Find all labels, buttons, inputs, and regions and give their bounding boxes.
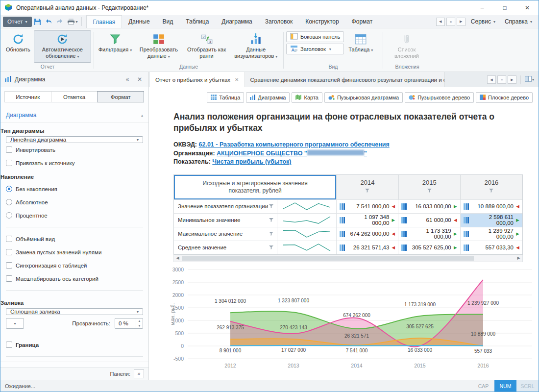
table-view-button[interactable]: Таблица xyxy=(345,30,376,63)
maximize-button[interactable]: □ xyxy=(493,0,516,15)
tab-tablitsa[interactable]: Таблица xyxy=(179,15,215,28)
panel-tab-format[interactable]: Формат xyxy=(97,91,144,102)
ribbon-scroll-right-icon[interactable]: ▶ xyxy=(457,18,466,26)
chart-type-select[interactable]: Линейная диаграмма xyxy=(6,136,143,143)
section-chart[interactable]: Диаграмма xyxy=(0,106,148,122)
column-header-2016[interactable]: 2016 xyxy=(461,175,522,199)
attachments-list-button[interactable]: Список вложений xyxy=(386,30,428,63)
tab-format[interactable]: Формат xyxy=(345,15,379,28)
sparkline-cell[interactable] xyxy=(277,200,337,213)
viz-flat-tree-button[interactable]: Плоское дерево xyxy=(476,92,533,103)
sync-table-checkbox[interactable] xyxy=(6,262,12,269)
panel-tab-mark[interactable]: Отметка xyxy=(51,91,98,102)
row-header[interactable]: Максимальное значение xyxy=(174,227,277,241)
tab-diagramma[interactable]: Диаграмма xyxy=(215,15,258,28)
doc-tab-comparison[interactable]: Сравнение динамики показателей финансово… xyxy=(245,72,445,87)
value-cell-selected[interactable]: 2 598 611 000,00▶ xyxy=(461,214,522,227)
menu-help[interactable]: Справка xyxy=(501,18,536,25)
show-as-ranks-button[interactable]: 23 Отобразить как ранги xyxy=(184,30,230,63)
volume-view-checkbox[interactable] xyxy=(6,236,12,242)
spinner-up-icon[interactable]: ▲ xyxy=(136,318,143,323)
scrollbar-thumb[interactable] xyxy=(182,256,474,261)
close-panel-icon[interactable]: ✕ xyxy=(135,76,144,83)
scroll-right-icon[interactable]: ▶ xyxy=(515,256,522,260)
radio-absolute[interactable] xyxy=(6,199,12,205)
close-tab-icon[interactable]: ✕ xyxy=(235,77,239,82)
tab-zagolovok[interactable]: Заголовок xyxy=(259,15,299,28)
organization-link[interactable]: АКЦИОНЕРНОЕ ОБЩЕСТВО "" xyxy=(217,150,367,157)
scroll-left-icon[interactable]: ◀ xyxy=(174,256,181,260)
undo-icon[interactable] xyxy=(43,16,54,27)
tab-scroll-right-icon[interactable]: ▶ xyxy=(508,75,516,84)
visualizer-data-button[interactable]: Данные визуализаторов xyxy=(231,30,281,63)
fill-type-select[interactable]: Сплошная заливка xyxy=(6,308,143,315)
value-cell[interactable]: 1 239 927 000,00▶ xyxy=(461,227,522,241)
tab-vid[interactable]: Вид xyxy=(156,15,180,28)
tab-konstruktor[interactable]: Конструктор xyxy=(299,15,345,28)
ribbon-scroll-left-icon[interactable]: ◀ xyxy=(436,18,445,26)
empty-as-zero-checkbox[interactable] xyxy=(6,249,12,255)
section-legend[interactable]: Легенда xyxy=(0,362,148,367)
tab-glavnaya[interactable]: Главная xyxy=(86,15,122,28)
spinner-down-icon[interactable]: ▼ xyxy=(136,323,143,328)
value-cell[interactable]: 26 321 571,43◀ xyxy=(337,241,398,254)
viz-bubble-tree-button[interactable]: Пузырьковое дерево xyxy=(405,92,474,103)
row-header[interactable]: Минимальное значение xyxy=(174,214,277,227)
filter-button[interactable]: Фильтрация xyxy=(97,30,134,63)
row-header[interactable]: Значение показателя организации xyxy=(174,200,277,213)
value-cell[interactable]: 1 097 348 000,00▶ xyxy=(337,214,398,227)
print-icon[interactable] xyxy=(66,16,77,27)
tab-list-icon[interactable]: ≡ xyxy=(497,75,506,84)
doc-tab-profit-loss[interactable]: Отчет о прибылях и убытках ✕ xyxy=(150,72,245,87)
row-header[interactable]: Среднее значение xyxy=(174,241,277,254)
header-button[interactable]: A Заголовок xyxy=(286,44,344,54)
tab-dannye[interactable]: Данные xyxy=(122,15,156,28)
scroll-lock-indicator[interactable]: SCRL xyxy=(516,380,539,392)
redo-icon[interactable] xyxy=(54,16,66,27)
column-header-2014[interactable]: 2014 xyxy=(337,175,398,199)
bind-source-checkbox[interactable] xyxy=(6,160,12,166)
value-cell[interactable]: 7 541 000,00◀ xyxy=(337,200,398,213)
transform-data-button[interactable]: Преобразовать данные xyxy=(135,30,182,63)
border-checkbox[interactable] xyxy=(6,342,12,348)
sparkline-cell[interactable] xyxy=(277,227,337,241)
sparkline-cell[interactable] xyxy=(277,241,337,254)
ribbon-minimize-icon[interactable]: ≡ xyxy=(446,18,455,26)
report-menu-button[interactable]: Отчет xyxy=(3,17,32,27)
value-cell[interactable]: 61 000,00◀ xyxy=(398,214,460,227)
value-cell[interactable]: 16 033 000,00▶ xyxy=(398,200,460,213)
value-cell[interactable]: 557 033,30◀ xyxy=(461,241,522,254)
layout-caret-icon[interactable]: ▾ xyxy=(532,77,534,82)
print-caret-icon[interactable]: ▾ xyxy=(76,20,78,24)
horizontal-scrollbar[interactable]: ◀ ▶ xyxy=(173,255,523,262)
viz-map-button[interactable]: Карта xyxy=(292,92,322,103)
num-lock-indicator[interactable]: NUM xyxy=(494,380,516,392)
split-layout-icon[interactable] xyxy=(525,76,532,83)
panels-expand-button[interactable]: » xyxy=(134,369,144,378)
caps-lock-indicator[interactable]: CAP xyxy=(472,380,494,392)
value-cell[interactable]: 1 173 319 000,00▶ xyxy=(398,227,460,241)
line-chart[interactable]: 300025002000150010005000-500201220132014… xyxy=(169,266,535,375)
radio-no-accumulation[interactable] xyxy=(6,186,12,192)
refresh-button[interactable]: Обновить xyxy=(4,30,32,63)
radio-percent[interactable] xyxy=(6,212,12,219)
value-cell[interactable]: 10 889 000,00◀ xyxy=(461,200,522,213)
fill-color-dropdown[interactable]: ▾ xyxy=(6,318,24,329)
close-button[interactable]: ✕ xyxy=(516,0,539,15)
okved-link[interactable]: 62.01 - Разработка компьютерного програм… xyxy=(199,141,390,148)
value-cell[interactable]: 674 262 000,00◀ xyxy=(337,227,398,241)
invert-checkbox[interactable] xyxy=(6,147,12,153)
minimize-button[interactable]: – xyxy=(471,0,493,15)
viz-table-button[interactable]: Таблица xyxy=(207,92,244,103)
table-corner-header[interactable]: Исходные и агрегированные значения показ… xyxy=(174,175,337,199)
sparkline-cell[interactable] xyxy=(277,214,337,227)
tab-scroll-left-icon[interactable]: ◀ xyxy=(487,75,496,84)
scrollbar-track[interactable] xyxy=(181,255,515,262)
value-cell[interactable]: 305 527 625,00▶ xyxy=(398,241,460,254)
scale-axis-checkbox[interactable] xyxy=(6,275,12,282)
column-header-2015[interactable]: 2015 xyxy=(399,175,461,199)
viz-bubble-chart-button[interactable]: Пузырьковая диаграмма xyxy=(324,92,403,103)
transparency-spinner[interactable]: 0 % ▲▼ xyxy=(115,318,143,329)
auto-refresh-button[interactable]: Автоматическое обновление xyxy=(34,30,91,63)
viz-chart-button[interactable]: Диаграмма xyxy=(246,92,290,103)
